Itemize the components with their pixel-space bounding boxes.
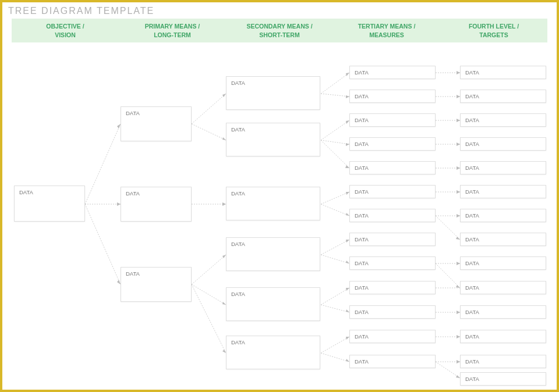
node-fourth[interactable]: DATA <box>460 66 546 79</box>
node-fourth[interactable]: DATA <box>460 233 546 246</box>
svg-line-62 <box>436 263 460 288</box>
svg-marker-63 <box>456 285 460 288</box>
node-fourth[interactable]: DATA <box>460 330 546 343</box>
svg-line-20 <box>321 94 349 97</box>
svg-line-30 <box>321 204 349 216</box>
header-label: MEASURES <box>369 31 404 38</box>
header-label: PRIMARY MEANS / <box>145 23 200 30</box>
node-secondary[interactable]: DATA <box>226 336 320 369</box>
node-tertiary[interactable]: DATA <box>349 90 436 103</box>
header-label: LONG-TERM <box>154 31 191 38</box>
svg-line-14 <box>192 284 226 305</box>
node-fourth[interactable]: DATA <box>460 161 546 174</box>
node-root[interactable]: DATA <box>14 186 85 222</box>
header-tertiary: TERTIARY MEANS / MEASURES <box>333 21 440 40</box>
svg-line-24 <box>321 140 349 144</box>
node-secondary[interactable]: DATA <box>226 287 320 321</box>
node-fourth[interactable]: DATA <box>460 90 546 103</box>
node-fourth[interactable]: DATA <box>460 372 546 386</box>
svg-marker-72 <box>456 375 460 378</box>
node-fourth[interactable]: DATA <box>460 256 546 270</box>
svg-marker-27 <box>345 165 349 168</box>
node-fourth[interactable]: DATA <box>460 355 546 368</box>
header-label: VISION <box>55 31 76 38</box>
svg-line-4 <box>85 204 121 284</box>
node-tertiary[interactable]: DATA <box>349 209 436 222</box>
svg-line-71 <box>436 362 460 378</box>
diagram-canvas: DATA DATA DATA DATA DATA DATA DATA DATA … <box>2 42 557 391</box>
node-fourth[interactable]: DATA <box>460 209 546 222</box>
header-label: TARGETS <box>479 31 508 38</box>
page-title: TREE DIAGRAM TEMPLATE <box>2 2 557 19</box>
node-tertiary[interactable]: DATA <box>349 137 436 151</box>
node-secondary[interactable]: DATA <box>226 123 320 156</box>
node-tertiary[interactable]: DATA <box>349 281 436 294</box>
svg-line-18 <box>321 73 349 94</box>
node-tertiary[interactable]: DATA <box>349 330 436 343</box>
node-tertiary[interactable]: DATA <box>349 161 436 174</box>
svg-marker-59 <box>456 237 460 240</box>
svg-line-6 <box>192 94 226 124</box>
node-fourth[interactable]: DATA <box>460 305 546 319</box>
svg-line-36 <box>321 288 349 305</box>
svg-line-22 <box>321 120 349 140</box>
svg-line-12 <box>192 255 226 284</box>
svg-line-32 <box>321 240 349 255</box>
header-label: SECONDARY MEANS / <box>246 23 312 30</box>
svg-line-38 <box>321 305 349 312</box>
node-tertiary[interactable]: DATA <box>349 185 436 198</box>
svg-line-42 <box>321 353 349 362</box>
header-label: FOURTH LEVEL / <box>469 23 519 30</box>
header-objective: OBJECTIVE / VISION <box>12 21 119 40</box>
node-tertiary[interactable]: DATA <box>349 66 436 79</box>
column-headers: OBJECTIVE / VISION PRIMARY MEANS / LONG-… <box>12 19 547 42</box>
node-secondary[interactable]: DATA <box>226 76 320 110</box>
svg-line-40 <box>321 337 349 353</box>
header-label: TERTIARY MEANS / <box>358 23 416 30</box>
node-primary[interactable]: DATA <box>121 187 192 222</box>
node-primary[interactable]: DATA <box>121 267 192 302</box>
svg-line-58 <box>436 216 460 240</box>
node-fourth[interactable]: DATA <box>460 185 546 198</box>
header-secondary: SECONDARY MEANS / SHORT-TERM <box>226 21 333 40</box>
svg-line-16 <box>192 284 226 353</box>
node-tertiary[interactable]: DATA <box>349 233 436 246</box>
svg-line-34 <box>321 255 349 263</box>
node-tertiary[interactable]: DATA <box>349 256 436 270</box>
svg-line-28 <box>321 192 349 204</box>
node-tertiary[interactable]: DATA <box>349 305 436 319</box>
node-tertiary[interactable]: DATA <box>349 113 436 127</box>
header-fourth: FOURTH LEVEL / TARGETS <box>440 21 547 40</box>
header-label: SHORT-TERM <box>259 31 299 38</box>
node-secondary[interactable]: DATA <box>226 237 320 271</box>
node-fourth[interactable]: DATA <box>460 137 546 151</box>
svg-line-0 <box>85 124 121 204</box>
svg-line-8 <box>192 124 226 140</box>
header-label: OBJECTIVE / <box>46 23 84 30</box>
node-fourth[interactable]: DATA <box>460 281 546 294</box>
node-primary[interactable]: DATA <box>121 106 192 141</box>
node-fourth[interactable]: DATA <box>460 113 546 127</box>
node-tertiary[interactable]: DATA <box>349 355 436 368</box>
header-primary: PRIMARY MEANS / LONG-TERM <box>119 21 226 40</box>
svg-line-26 <box>321 140 349 168</box>
node-secondary[interactable]: DATA <box>226 187 320 220</box>
